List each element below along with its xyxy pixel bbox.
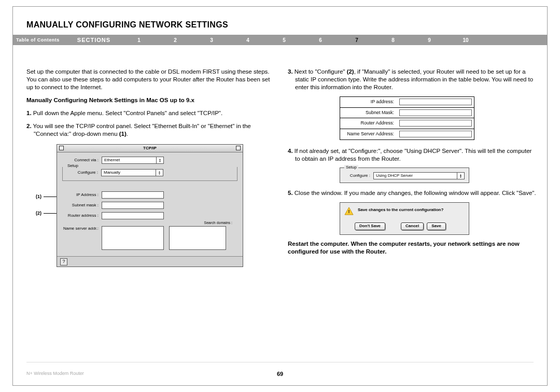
- warning-icon: !: [344, 207, 354, 215]
- configure-dropdown[interactable]: Manually ▲▼: [101, 169, 163, 176]
- tcpip-figure: (1) (2) TCP/IP Connect via : Ethern: [36, 144, 275, 267]
- help-icon[interactable]: ?: [60, 258, 67, 265]
- save-buttons: Don't Save Cancel Save: [344, 222, 465, 230]
- callout-1: (1): [36, 194, 41, 200]
- section-2[interactable]: 2: [157, 37, 193, 43]
- addr-router-field[interactable]: [399, 120, 472, 127]
- ip-row: IP Address :: [62, 191, 237, 199]
- intro-text: Set up the computer that is connected to…: [26, 68, 275, 91]
- addr-row-subnet: Subnet Mask:: [340, 108, 474, 119]
- step-1-num: 1.: [26, 110, 32, 116]
- section-6[interactable]: 6: [302, 37, 339, 43]
- product-name: N+ Wireless Modem Router: [26, 371, 84, 376]
- dhcp-figure: Setup Configure : Using DHCP Server ▲▼: [340, 167, 469, 183]
- dont-save-button[interactable]: Don't Save: [355, 222, 385, 230]
- tcpip-body: Connect via : Ethernet ▲▼ Setup Configur…: [57, 152, 243, 256]
- addr-row-ip: IP address:: [340, 97, 474, 108]
- step-3-ref: (2): [347, 68, 354, 75]
- save-button[interactable]: Save: [427, 222, 446, 230]
- configure-label: Configure :: [66, 170, 101, 175]
- sections-label: SECTIONS: [67, 37, 121, 43]
- dropdown-arrows-icon: ▲▼: [156, 170, 163, 176]
- close-icon[interactable]: [59, 146, 64, 150]
- zoom-icon[interactable]: [236, 146, 241, 150]
- page-title: MANUALLY CONFIGURING NETWORK SETTINGS: [13, 7, 547, 35]
- search-domains-label: Search domains :: [204, 220, 232, 225]
- callout-2: (2): [36, 211, 41, 217]
- toc-link[interactable]: Table of Contents: [16, 37, 67, 43]
- step-1-text: Pull down the Apple menu. Select "Contro…: [32, 110, 223, 116]
- subnet-label: Subnet mask :: [62, 203, 102, 208]
- dhcp-legend: Setup: [344, 165, 358, 170]
- addr-subnet-label: Subnet Mask:: [340, 108, 397, 118]
- section-4[interactable]: 4: [230, 37, 266, 43]
- section-5[interactable]: 5: [266, 37, 302, 43]
- dropdown-arrows-icon: ▲▼: [457, 173, 464, 179]
- configure-row: Configure : Manually ▲▼: [66, 169, 234, 176]
- section-navbar: Table of Contents SECTIONS 1 2 3 4 5 6 7…: [13, 35, 547, 45]
- svg-text:!: !: [348, 209, 350, 215]
- footer-separator: [26, 362, 534, 362]
- ip-label: IP Address :: [62, 192, 102, 198]
- ip-input[interactable]: [102, 191, 164, 199]
- setup-legend: Setup: [66, 163, 80, 169]
- restart-text: Restart the computer. When the computer …: [288, 240, 537, 256]
- addr-subnet-field[interactable]: [399, 109, 472, 116]
- ns-input[interactable]: [102, 226, 164, 250]
- router-input[interactable]: [102, 212, 164, 219]
- router-row: Router address :: [62, 212, 237, 219]
- connect-via-label: Connect via :: [62, 158, 102, 163]
- step-4-text: If not already set, at "Configure:", cho…: [293, 148, 532, 162]
- dropdown-arrows-icon: ▲▼: [156, 157, 163, 163]
- step-4: 4. If not already set, at "Configure:", …: [288, 147, 537, 163]
- addr-row-router: Router Address:: [340, 118, 474, 129]
- cancel-button[interactable]: Cancel: [401, 222, 424, 230]
- help-icon-glyph: ?: [62, 259, 65, 265]
- addr-ns-field[interactable]: [399, 131, 472, 137]
- ns-label: Name server addr.:: [62, 226, 102, 231]
- router-label: Router address :: [62, 213, 102, 218]
- address-table: IP address: Subnet Mask: Router Address:…: [340, 96, 474, 140]
- tcpip-titlebar: TCP/IP: [57, 145, 243, 152]
- section-3[interactable]: 3: [193, 37, 230, 43]
- dhcp-dropdown[interactable]: Using DHCP Server ▲▼: [373, 172, 465, 179]
- tcpip-panel: TCP/IP Connect via : Ethernet ▲▼ Set: [57, 144, 243, 267]
- connect-via-row: Connect via : Ethernet ▲▼: [62, 157, 237, 164]
- step-5-text: Close the window. If you made any change…: [293, 190, 536, 196]
- connect-via-dropdown[interactable]: Ethernet ▲▼: [102, 157, 164, 164]
- step-2-text: You will see the TCP/IP control panel. S…: [32, 123, 251, 137]
- section-9[interactable]: 9: [411, 37, 447, 43]
- step-2-end: .: [127, 131, 128, 137]
- addr-ip-label: IP address:: [340, 97, 397, 107]
- search-domains-input[interactable]: [169, 226, 226, 250]
- step-3: 3. Next to "Configure" (2), if "Manually…: [288, 68, 537, 91]
- content-columns: Set up the computer that is connected to…: [13, 45, 547, 267]
- step-2-ref: (1): [119, 131, 127, 137]
- dhcp-row: Configure : Using DHCP Server ▲▼: [344, 172, 465, 179]
- section-8[interactable]: 8: [375, 37, 411, 43]
- dhcp-value: Using DHCP Server: [376, 173, 413, 178]
- section-1[interactable]: 1: [121, 37, 157, 43]
- step-2: 2. You will see the TCP/IP control panel…: [26, 122, 275, 138]
- subnet-input[interactable]: [102, 202, 164, 209]
- save-dialog-top: ! Save changes to the current configurat…: [344, 207, 465, 215]
- section-7[interactable]: 7: [339, 37, 375, 43]
- addr-router-label: Router Address:: [340, 118, 397, 129]
- section-10[interactable]: 10: [447, 37, 484, 43]
- addr-ns-label: Name Server Address:: [340, 129, 397, 139]
- step-4-num: 4.: [288, 148, 293, 154]
- step-5: 5. Close the window. If you made any cha…: [288, 189, 537, 197]
- tcpip-footer: ?: [57, 256, 243, 267]
- ns-row: Name server addr.:: [62, 226, 237, 250]
- step-5-num: 5.: [288, 190, 293, 196]
- setup-frame: Setup Configure : Manually ▲▼: [62, 167, 237, 181]
- step-1: 1. Pull down the Apple menu. Select "Con…: [26, 109, 275, 117]
- addr-ip-field[interactable]: [399, 99, 472, 105]
- left-column: Set up the computer that is connected to…: [26, 68, 275, 267]
- addr-row-ns: Name Server Address:: [340, 129, 474, 139]
- dhcp-label: Configure :: [344, 173, 373, 178]
- save-dialog: ! Save changes to the current configurat…: [340, 202, 469, 234]
- step-3-num: 3.: [288, 68, 293, 75]
- tcpip-title-text: TCP/IP: [143, 146, 157, 150]
- connect-via-value: Ethernet: [104, 158, 120, 163]
